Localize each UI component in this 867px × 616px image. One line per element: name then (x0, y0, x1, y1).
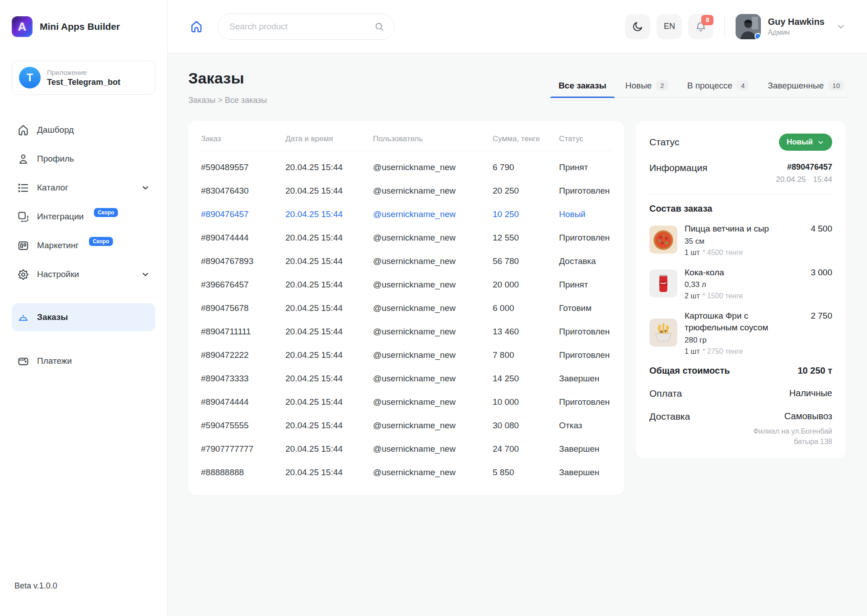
notification-badge: 8 (701, 15, 713, 25)
sidebar-item-label: Платежи (37, 356, 72, 366)
tab-count-badge: 10 (828, 80, 844, 91)
language-button[interactable]: EN (657, 14, 682, 39)
sidebar-item-orders[interactable]: Заказы (12, 303, 155, 331)
cell-status: Принят (559, 162, 611, 172)
sidebar-item-home[interactable]: Дашборд (12, 116, 155, 144)
user-menu[interactable]: Guy Hawkins Админ (736, 14, 846, 39)
app-avatar: T (19, 67, 41, 88)
cell-datetime: 20.04.25 15:44 (285, 444, 373, 454)
payment-row: Оплата Наличные (649, 388, 832, 399)
cell-amount: 24 700 (493, 444, 559, 454)
sidebar-item-label: Настройки (37, 269, 79, 279)
table-header: ЗаказДата и времяПользовательСумма, тенг… (201, 134, 611, 144)
table-row[interactable]: #890475678 20.04.25 15:44 @usernickname_… (201, 296, 611, 320)
tab-count-badge: 4 (737, 80, 749, 91)
cell-amount: 10 000 (493, 397, 559, 407)
tab-0[interactable]: Все заказы (559, 80, 606, 91)
status-value: Новый (787, 138, 813, 147)
home-icon (17, 124, 29, 136)
cell-status: Завершен (559, 444, 611, 454)
sidebar-item-payments[interactable]: Платежи (12, 347, 155, 375)
cell-datetime: 20.04.25 15:44 (285, 350, 373, 360)
tab-3[interactable]: Завершенные 10 (768, 80, 844, 91)
table-row[interactable]: #590489557 20.04.25 15:44 @usernickname_… (201, 156, 611, 179)
moon-icon (632, 21, 643, 32)
order-details: Статус Новый Информация #890476457 20.04… (636, 121, 846, 459)
brand: A Mini Apps Builder (12, 16, 155, 37)
wallet-icon (17, 355, 29, 367)
tab-label: Все заказы (559, 81, 606, 91)
cell-datetime: 20.04.25 15:44 (285, 374, 373, 384)
cloche-icon (17, 311, 29, 324)
tab-1[interactable]: Новые 2 (625, 80, 668, 91)
order-item: Кока-кола 0,33 л 2 шт*1500 тенге 3 000 (649, 267, 832, 301)
app-selector[interactable]: T Приложение Test_Telegram_bot (12, 60, 155, 95)
chevron-down-icon (817, 139, 825, 146)
table-row[interactable]: #8904767893 20.04.25 15:44 @usernickname… (201, 250, 611, 273)
sidebar-menu: Дашборд Профиль Каталог Интеграции Скоро… (12, 116, 155, 289)
tab-2[interactable]: В процессе 4 (687, 80, 749, 91)
cola-image (649, 269, 677, 297)
cell-amount: 20 000 (493, 280, 559, 290)
divider (649, 194, 832, 195)
table-body: #590489557 20.04.25 15:44 @usernickname_… (201, 156, 611, 484)
cell-status: Новый (559, 209, 611, 219)
cell-status: Приготовлен (559, 397, 611, 407)
order-item: Пицца ветчина и сыр 35 см 1 шт*4500 тенг… (649, 223, 832, 257)
sidebar-item-user[interactable]: Профиль (12, 144, 155, 173)
tab-label: В процессе (687, 81, 732, 91)
pizza-image (649, 226, 677, 254)
table-row[interactable]: #7907777777 20.04.25 15:44 @usernickname… (201, 437, 611, 461)
theme-toggle-button[interactable] (625, 14, 650, 39)
cell-user: @usernickname_new (373, 256, 493, 266)
cell-datetime: 20.04.25 15:44 (285, 468, 373, 477)
sidebar-item-gear[interactable]: Настройки (12, 260, 155, 289)
search-input[interactable] (217, 14, 394, 40)
topbar: EN 8 Guy Hawkins Админ (168, 0, 867, 53)
cell-amount: 5 850 (493, 468, 559, 477)
status-dropdown[interactable]: Новый (779, 134, 832, 151)
status-label: Статус (649, 137, 679, 148)
home-button[interactable] (186, 17, 206, 37)
info-label: Информация (649, 162, 708, 173)
table-row[interactable]: #890474444 20.04.25 15:44 @usernickname_… (201, 226, 611, 250)
table-row[interactable]: #890472222 20.04.25 15:44 @usernickname_… (201, 343, 611, 367)
notifications-button[interactable]: 8 (688, 14, 713, 39)
cell-user: @usernickname_new (373, 444, 493, 454)
version-label: Beta v.1.0.0 (12, 581, 155, 616)
breadcrumb: Заказы > Все заказы (188, 96, 267, 105)
topbar-actions: EN 8 Guy Hawkins Админ (625, 14, 846, 39)
item-size: 0,33 л (685, 280, 803, 289)
table-row[interactable]: #396676457 20.04.25 15:44 @usernickname_… (201, 273, 611, 296)
cell-amount: 14 250 (493, 374, 559, 384)
delivery-label: Доставка (649, 411, 690, 422)
table-row[interactable]: #890476457 20.04.25 15:44 @usernickname_… (201, 203, 611, 226)
cell-order-id: #8904767893 (201, 256, 285, 266)
column-header: Дата и время (285, 134, 373, 144)
table-row[interactable]: #890474444 20.04.25 15:44 @usernickname_… (201, 390, 611, 414)
main-content: Заказы Заказы > Все заказы Все заказы Но… (168, 53, 867, 616)
table-row[interactable]: #590475555 20.04.25 15:44 @usernickname_… (201, 414, 611, 437)
brand-name: Mini Apps Builder (40, 21, 120, 32)
status-row: Статус Новый (649, 134, 832, 151)
user-name: Guy Hawkins (768, 17, 825, 27)
sidebar-item-marketing[interactable]: Маркетинг Скоро (12, 231, 155, 260)
item-total: 2 750 (811, 311, 832, 321)
cell-datetime: 20.04.25 15:44 (285, 256, 373, 266)
item-name: Кока-кола (685, 267, 803, 278)
chevron-down-icon (141, 183, 150, 192)
table-row[interactable]: #890473333 20.04.25 15:44 @usernickname_… (201, 367, 611, 390)
payment-label: Оплата (649, 388, 682, 399)
cell-order-id: #590489557 (201, 162, 285, 172)
app-selector-label: Приложение (47, 69, 120, 76)
table-row[interactable]: #88888888 20.04.25 15:44 @usernickname_n… (201, 461, 611, 484)
table-row[interactable]: #8904711111 20.04.25 15:44 @usernickname… (201, 320, 611, 343)
list-icon (17, 182, 29, 194)
delivery-row: Доставка Самовывоз (649, 411, 832, 422)
cell-order-id: #890474444 (201, 233, 285, 243)
table-row[interactable]: #830476430 20.04.25 15:44 @usernickname_… (201, 179, 611, 203)
sidebar-item-list[interactable]: Каталог (12, 173, 155, 202)
fries-image (649, 319, 677, 347)
sidebar-item-integrations[interactable]: Интеграции Скоро (12, 202, 155, 231)
cell-amount: 30 080 (493, 421, 559, 431)
